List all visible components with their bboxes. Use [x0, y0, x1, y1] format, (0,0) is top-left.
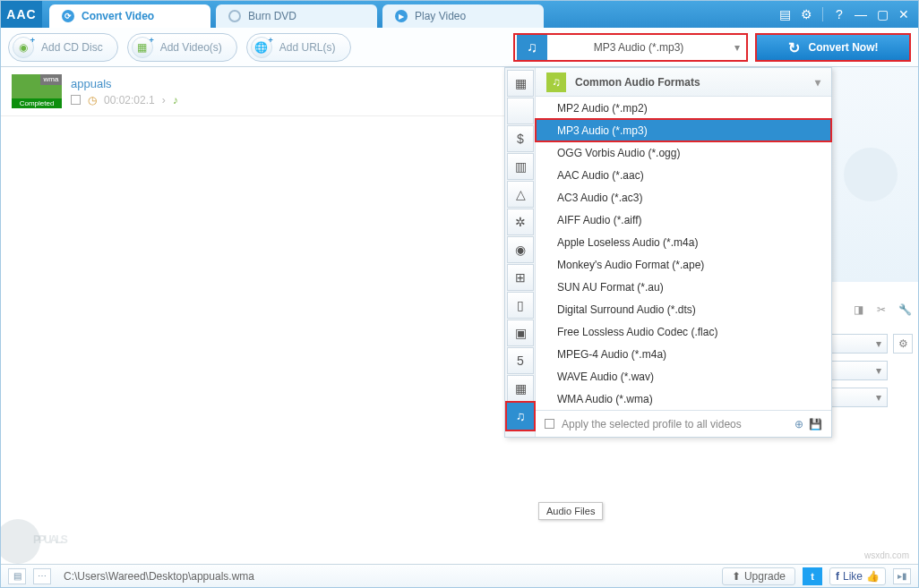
file-meta: ◷ 00:02:02.1 › ♪: [71, 94, 178, 107]
status-bar: ▤ ⋯ C:\Users\Wareed\Desktop\appuals.wma …: [1, 564, 918, 587]
format-group-header[interactable]: ♫ Common Audio Formats ▾: [536, 68, 831, 97]
tab-label: Convert Video: [82, 10, 154, 22]
format-item[interactable]: MP2 Audio (*.mp2): [536, 97, 831, 119]
tab-burn-dvd[interactable]: Burn DVD: [216, 4, 377, 28]
format-item[interactable]: Apple Loseless Audio (*.m4a): [536, 231, 831, 253]
music-note-icon: ♫: [517, 35, 547, 60]
wrench-icon[interactable]: 🔧: [897, 302, 913, 318]
camera-icon[interactable]: ◨: [850, 302, 866, 318]
main-tabs: ⟳ Convert Video Burn DVD ▶ Play Video: [42, 1, 776, 28]
ribbon: ◉+ Add CD Disc ▦+ Add Video(s) 🌐+ Add UR…: [1, 28, 918, 67]
format-dropdown-panel: ▦ $ ▥ △ ✲ ◉ ⊞ ▯ ▣ 5 ▦ ♫ ♫ Common Audio F…: [504, 67, 832, 438]
settings-icon[interactable]: ⚙: [797, 5, 815, 23]
format-item[interactable]: MP3 Audio (*.mp3): [536, 119, 831, 141]
convert-video-icon: ⟳: [62, 10, 74, 22]
titlebar: AAC ⟳ Convert Video Burn DVD ▶ Play Vide…: [1, 1, 918, 28]
status-badge: Completed: [12, 98, 62, 108]
format-item[interactable]: WAVE Audio (*.wav): [536, 365, 831, 388]
format-panel-footer: Apply the selected profile to all videos…: [536, 410, 831, 437]
tooltip: Audio Files: [538, 502, 603, 520]
upgrade-icon: ⬆: [732, 570, 741, 583]
category-huawei-icon[interactable]: ✲: [507, 209, 534, 235]
header-label: Common Audio Formats: [575, 76, 700, 89]
convert-now-button[interactable]: ↻ Convert Now!: [755, 33, 911, 62]
tab-play-video[interactable]: ▶ Play Video: [382, 4, 544, 28]
tab-label: Play Video: [415, 10, 466, 22]
format-badge: wma: [40, 74, 62, 85]
format-item[interactable]: WMA Audio (*.wma): [536, 388, 831, 410]
facebook-like-button[interactable]: f Like 👍: [829, 567, 886, 585]
apply-all-checkbox[interactable]: [545, 419, 554, 429]
add-cd-disc-button[interactable]: ◉+ Add CD Disc: [8, 33, 118, 62]
category-video-icon[interactable]: ▦: [507, 375, 534, 402]
button-label: Add CD Disc: [41, 41, 103, 54]
app-logo: AAC: [1, 1, 42, 28]
format-item[interactable]: Free Lossless Audio Codec (.flac): [536, 320, 831, 343]
category-audio-icon[interactable]: ♫: [507, 403, 534, 430]
play-video-icon: ▶: [395, 10, 408, 22]
format-list: ♫ Common Audio Formats ▾ MP2 Audio (*.mp…: [536, 68, 831, 437]
format-item[interactable]: OGG Vorbis Audio (*.ogg): [536, 141, 831, 164]
output-list-button[interactable]: ▤: [8, 568, 26, 584]
audio-format-icon: ♫: [546, 72, 566, 92]
browse-output-button[interactable]: ⋯: [33, 568, 51, 584]
format-text: MP3 Audio (*.mp3): [549, 41, 728, 54]
file-name: appuals: [71, 77, 178, 90]
video-codec-settings-button[interactable]: ⚙: [893, 334, 913, 354]
close-icon[interactable]: ✕: [895, 5, 913, 23]
watermark-text: PPUALS: [33, 533, 66, 546]
output-path: C:\Users\Wareed\Desktop\appuals.wma: [58, 570, 715, 583]
category-lg-icon[interactable]: ◉: [507, 236, 534, 263]
category-all-icon[interactable]: ▦: [507, 70, 534, 97]
minimize-icon[interactable]: ―: [852, 5, 870, 23]
format-item[interactable]: AAC Audio (*.aac): [536, 164, 831, 186]
add-videos-button[interactable]: ▦+ Add Video(s): [127, 33, 237, 62]
clock-icon: ◷: [88, 94, 97, 107]
facebook-icon: f: [836, 570, 839, 583]
button-label: Add URL(s): [279, 41, 336, 54]
format-item[interactable]: AIFF Audio (*.aiff): [536, 209, 831, 231]
tab-label: Burn DVD: [248, 10, 296, 22]
preview-tools: ◨ ✂ 🔧: [850, 302, 913, 318]
format-item[interactable]: AC3 Audio (*.ac3): [536, 186, 831, 209]
format-category-tabs: ▦ $ ▥ △ ✲ ◉ ⊞ ▯ ▣ 5 ▦ ♫: [505, 68, 536, 437]
video-icon: ▦+: [132, 37, 153, 58]
list-icon[interactable]: ▤: [776, 5, 794, 23]
category-playstation-icon[interactable]: △: [507, 181, 534, 208]
help-icon[interactable]: ?: [830, 5, 848, 23]
category-html5-icon[interactable]: 5: [507, 347, 534, 374]
category-samsung-icon[interactable]: $: [507, 125, 534, 152]
burn-dvd-icon: [228, 10, 241, 22]
chevron-right-icon: ›: [162, 94, 166, 107]
category-windows-icon[interactable]: ⊞: [507, 264, 534, 291]
format-item[interactable]: SUN AU Format (*.au): [536, 276, 831, 298]
headphones-icon: [844, 148, 898, 201]
category-mobile-icon[interactable]: ▯: [507, 292, 534, 319]
save-profile-icon[interactable]: 💾: [809, 418, 822, 430]
scissors-icon[interactable]: ✂: [873, 302, 889, 318]
format-item[interactable]: MPEG-4 Audio (*.m4a): [536, 343, 831, 365]
category-apple-icon[interactable]: [507, 98, 534, 124]
add-profile-icon[interactable]: ⊕: [794, 418, 803, 430]
maximize-icon[interactable]: ▢: [873, 5, 891, 23]
category-android-icon[interactable]: ▥: [507, 153, 534, 180]
source-url: wsxdn.com: [864, 550, 909, 560]
checkbox[interactable]: [71, 95, 81, 105]
format-item[interactable]: Digital Surround Audio (*.dts): [536, 298, 831, 320]
tab-convert-video[interactable]: ⟳ Convert Video: [49, 4, 210, 28]
output-format-selector[interactable]: ♫ MP3 Audio (*.mp3) ▾: [513, 33, 748, 62]
ribbon-right: ♫ MP3 Audio (*.mp3) ▾ ↻ Convert Now!: [513, 33, 911, 62]
format-item[interactable]: Monkey's Audio Format (*.ape): [536, 253, 831, 276]
collapse-button[interactable]: ▸▮: [893, 568, 911, 584]
title-controls: ▤ ⚙ ? ― ▢ ✕: [776, 1, 918, 28]
category-tv-icon[interactable]: ▣: [507, 320, 534, 346]
button-label: Convert Now!: [809, 41, 879, 54]
twitter-button[interactable]: t: [803, 567, 822, 585]
file-info: appuals ◷ 00:02:02.1 › ♪: [71, 77, 178, 107]
preview-panel: [821, 67, 918, 282]
add-urls-button[interactable]: 🌐+ Add URL(s): [246, 33, 351, 62]
globe-icon: 🌐+: [251, 37, 272, 58]
cd-disc-icon: ◉+: [13, 37, 34, 58]
chevron-down-icon: ▾: [728, 41, 746, 54]
upgrade-button[interactable]: ⬆ Upgrade: [722, 567, 795, 585]
